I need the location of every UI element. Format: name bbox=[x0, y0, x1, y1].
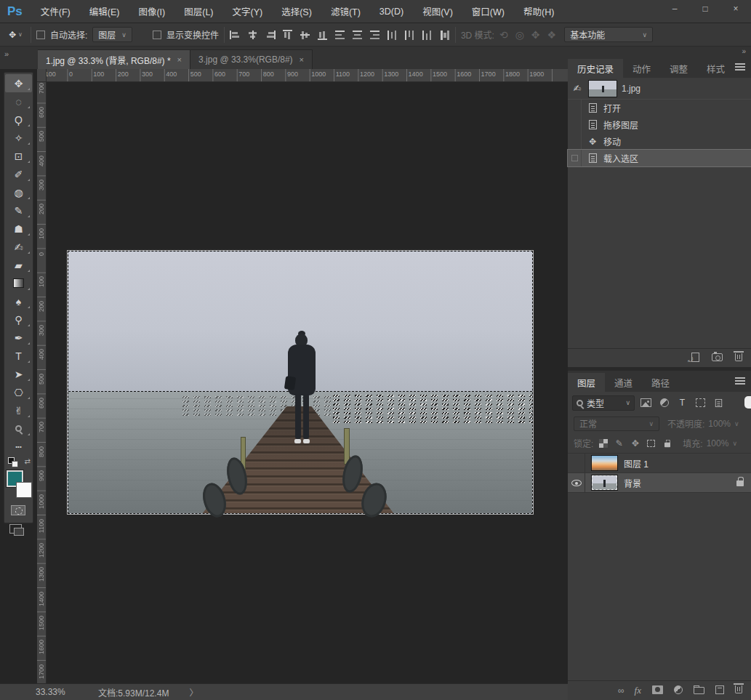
visibility-cell[interactable] bbox=[568, 473, 585, 492]
dist-spacing-icon[interactable] bbox=[439, 30, 450, 40]
crop-tool[interactable]: ⊡ bbox=[5, 147, 32, 165]
path-selection-tool[interactable]: ➤ bbox=[5, 365, 32, 383]
current-tool-preset[interactable]: ✥ ∨ bbox=[6, 30, 25, 40]
menu-选择(S)[interactable]: 选择(S) bbox=[272, 4, 321, 18]
shape-tool[interactable]: ⎔ bbox=[5, 383, 32, 401]
lock-move-icon[interactable]: ✥ bbox=[629, 438, 641, 448]
lasso-tool[interactable]: Ϙ bbox=[5, 110, 32, 129]
history-state-row[interactable]: 拖移图层 bbox=[568, 116, 751, 133]
menu-图层(L)[interactable]: 图层(L) bbox=[174, 4, 222, 18]
document-tab[interactable]: 1.jpg @ 33.3% (背景, RGB/8#) *× bbox=[38, 49, 190, 69]
swap-colors-icon[interactable]: ⇄ bbox=[25, 457, 31, 465]
show-transform-checkbox[interactable] bbox=[153, 31, 161, 39]
maximize-button[interactable]: □ bbox=[690, 0, 720, 17]
vertical-ruler[interactable]: 7006005004003002001000100200300400500600… bbox=[37, 82, 47, 683]
dodge-tool[interactable]: ⚲ bbox=[5, 310, 32, 329]
align-left-icon[interactable] bbox=[230, 30, 241, 40]
history-state-row[interactable]: 打开 bbox=[568, 100, 751, 116]
menu-视图(V)[interactable]: 视图(V) bbox=[413, 4, 462, 18]
visibility-cell[interactable] bbox=[568, 454, 585, 472]
layer-filter-dropdown[interactable]: 类型 ∨ bbox=[572, 395, 635, 411]
link-layers-icon[interactable]: ∞ bbox=[618, 685, 624, 696]
menu-帮助(H)[interactable]: 帮助(H) bbox=[514, 4, 563, 18]
menu-滤镜(T)[interactable]: 滤镜(T) bbox=[321, 4, 370, 18]
background-color-swatch[interactable] bbox=[16, 482, 32, 498]
gradient-tool[interactable] bbox=[5, 274, 32, 292]
menu-文件(F)[interactable]: 文件(F) bbox=[31, 4, 80, 18]
filter-shape-icon[interactable] bbox=[694, 397, 707, 409]
new-snapshot-camera-icon[interactable] bbox=[712, 353, 723, 363]
layer-thumbnail[interactable] bbox=[591, 455, 618, 471]
tab-样式[interactable]: 样式 bbox=[697, 59, 734, 78]
document-tab[interactable]: 3.jpg @ 33.3%(RGB/8#)× bbox=[190, 49, 313, 69]
filter-smart-object-icon[interactable] bbox=[712, 397, 726, 409]
panel-menu-icon[interactable] bbox=[735, 63, 745, 71]
blend-mode-dropdown[interactable]: 正常 ∨ bbox=[574, 417, 659, 431]
align-v-center-icon[interactable] bbox=[300, 30, 310, 40]
filter-type-icon[interactable]: T bbox=[675, 397, 689, 409]
align-right-icon[interactable] bbox=[265, 30, 276, 40]
tab-路径[interactable]: 路径 bbox=[642, 373, 679, 392]
fill-value[interactable]: 100% bbox=[707, 438, 729, 448]
dist-bottom-icon[interactable] bbox=[369, 30, 380, 40]
zoom-level-field[interactable]: 33.33% bbox=[36, 687, 88, 697]
pen-tool[interactable]: ✒ bbox=[5, 329, 32, 347]
history-brush-icon[interactable]: ✍ bbox=[571, 83, 584, 94]
menu-图像(I)[interactable]: 图像(I) bbox=[129, 4, 174, 18]
opacity-value[interactable]: 100% bbox=[708, 419, 731, 429]
document-image[interactable] bbox=[68, 251, 533, 514]
tab-图层[interactable]: 图层 bbox=[568, 373, 605, 392]
eyedropper-tool[interactable]: ✐ bbox=[5, 165, 32, 183]
close-icon[interactable]: × bbox=[177, 55, 182, 64]
align-bottom-icon[interactable] bbox=[317, 30, 328, 40]
blur-tool[interactable]: ♠ bbox=[5, 292, 32, 310]
hand-tool[interactable]: ✌ bbox=[5, 401, 32, 419]
menu-文字(Y)[interactable]: 文字(Y) bbox=[223, 4, 273, 18]
layer-thumbnail[interactable] bbox=[591, 475, 618, 491]
close-icon[interactable]: × bbox=[300, 55, 304, 64]
new-adjustment-icon[interactable] bbox=[674, 685, 683, 696]
canvas-area[interactable] bbox=[47, 82, 568, 683]
dist-h-center-icon[interactable] bbox=[404, 30, 415, 40]
type-tool[interactable]: T bbox=[5, 347, 32, 365]
lock-all-icon[interactable] bbox=[661, 438, 673, 448]
filter-on-off-toggle[interactable] bbox=[744, 396, 751, 409]
edit-toolbar[interactable]: ••• bbox=[5, 438, 32, 456]
default-colors-icon[interactable] bbox=[12, 461, 18, 467]
filter-image-icon[interactable] bbox=[639, 397, 653, 409]
zoom-tool[interactable] bbox=[5, 419, 32, 438]
auto-select-dropdown[interactable]: 图层 ∨ bbox=[92, 27, 132, 42]
tab-调整[interactable]: 调整 bbox=[660, 59, 697, 78]
history-brush-source-cell[interactable] bbox=[568, 133, 582, 150]
new-doc-from-state-icon[interactable] bbox=[691, 353, 699, 364]
collapse-panels-icon[interactable]: » bbox=[568, 47, 751, 57]
lock-paint-icon[interactable]: ✎ bbox=[613, 438, 625, 448]
elliptical-marquee-tool[interactable]: ◌ bbox=[5, 92, 32, 110]
dist-right-icon[interactable] bbox=[422, 30, 433, 40]
delete-layer-icon[interactable] bbox=[735, 685, 742, 696]
new-group-icon[interactable] bbox=[694, 685, 704, 696]
workspace-switcher[interactable]: 基本功能 ∨ bbox=[564, 27, 653, 42]
dist-top-icon[interactable] bbox=[334, 30, 345, 40]
history-brush-source-cell[interactable] bbox=[568, 116, 582, 133]
layer-row[interactable]: 背景 bbox=[568, 473, 751, 493]
lock-artboard-icon[interactable] bbox=[645, 440, 657, 447]
align-h-center-icon[interactable] bbox=[247, 30, 258, 40]
tab-动作[interactable]: 动作 bbox=[623, 59, 660, 78]
lock-transparent-icon[interactable] bbox=[597, 439, 609, 448]
brush-tool[interactable]: ✎ bbox=[5, 201, 32, 220]
close-button[interactable]: × bbox=[720, 0, 751, 17]
ruler-origin-corner[interactable] bbox=[37, 69, 47, 82]
history-brush-tool[interactable]: ✍ bbox=[5, 238, 32, 256]
history-state-row[interactable]: 载入选区 bbox=[568, 150, 751, 166]
history-brush-source-cell[interactable] bbox=[568, 150, 582, 166]
history-brush-source-cell[interactable] bbox=[568, 100, 582, 116]
filter-adjustment-icon[interactable] bbox=[657, 397, 671, 409]
history-snapshot-row[interactable]: ✍ 1.jpg bbox=[568, 78, 751, 100]
quick-mask-mode-icon[interactable] bbox=[11, 505, 25, 515]
layer-style-fx-icon[interactable]: fx bbox=[635, 685, 641, 696]
move-tool[interactable]: ✥ bbox=[5, 74, 32, 92]
tab-通道[interactable]: 通道 bbox=[605, 373, 642, 392]
status-options-chevron[interactable]: 〉 bbox=[189, 686, 198, 699]
spot-healing-tool[interactable]: ◍ bbox=[5, 183, 32, 201]
